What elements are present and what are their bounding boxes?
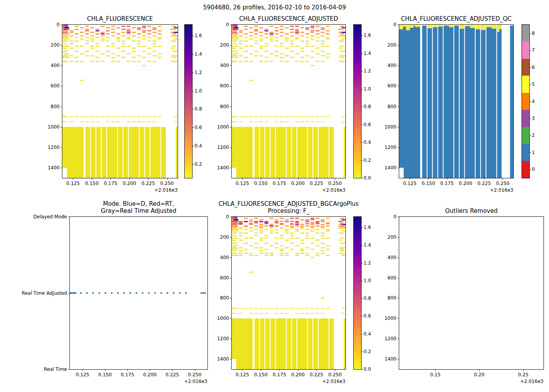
y-tick-label: 1200 [384, 336, 396, 341]
y-tick-mark [230, 318, 232, 319]
y-tick-label: 800 [387, 295, 396, 301]
x-tick-label: 0.150 [422, 181, 435, 186]
colorbar-tick-label: 2 [532, 132, 535, 138]
colorbar-tick-label: 5 [532, 82, 535, 87]
y-tick-mark [61, 107, 62, 107]
x-tick-label: 0.25 [518, 372, 529, 377]
colorbar-tick-label: 7 [532, 47, 535, 53]
y-tick-label: 600 [387, 275, 396, 281]
y-tick-mark [398, 147, 399, 148]
y-tick-label: 800 [51, 104, 60, 109]
y-tick-label: 0 [226, 214, 229, 220]
mode-dot [129, 292, 131, 294]
y-tick-mark [398, 127, 399, 127]
x-tick-mark [298, 369, 298, 371]
colorbar-tick-label: 1.0 [195, 88, 202, 94]
x-tick-mark [503, 178, 503, 180]
colorbar-tick-mark [361, 281, 363, 281]
plot-marks [70, 217, 207, 369]
colorbar-tick-label: 0.0 [364, 175, 371, 181]
x-tick-label: 0.225 [310, 372, 323, 377]
x-tick-mark [279, 178, 280, 180]
y-tick-label: 1200 [47, 145, 60, 150]
y-tick-label: 600 [387, 83, 396, 89]
outliers-removed-plot [399, 217, 544, 369]
colorbar-tick-mark [361, 227, 363, 228]
colorbar-tick-mark [529, 33, 531, 34]
y-tick-mark [398, 65, 399, 66]
x-tick-label: 0.15 [430, 372, 441, 377]
panel-chla-fluorescence-adjusted-title: CHLA_FLUORESCENCE_ADJUSTED [239, 15, 338, 23]
x-tick-label: 0.150 [85, 181, 98, 186]
y-tick-label: 200 [220, 234, 229, 240]
colorbar-tick-mark [192, 73, 194, 73]
panel-outliers-removed-title: Outliers Removed [445, 207, 498, 215]
x-tick-label: 0.125 [236, 181, 249, 186]
y-tick-mark [398, 359, 399, 359]
x-tick-mark [410, 178, 410, 180]
colorbar-tick-label: 0.8 [364, 104, 371, 109]
y-tick-mark [230, 147, 232, 148]
x-tick-label: 0.250 [496, 181, 509, 186]
colorbar-tick-label: 4 [532, 99, 535, 104]
colorbar-tick-label: 0.0 [364, 367, 371, 372]
chla-fluorescence-adjusted-qc-bars [399, 25, 513, 178]
plot-marks [399, 25, 513, 178]
colorbar-tick-mark [192, 36, 194, 36]
mode-dot [92, 292, 94, 294]
y-tick-mark [68, 217, 70, 217]
panel-outliers-removed: Outliers Removed +2.016e3 0.150.200.2502… [399, 216, 544, 370]
panel-chla-fluorescence-adjusted: CHLA_FLUORESCENCE_ADJUSTED +2.016e3 0.12… [231, 24, 346, 178]
y-tick-mark [68, 293, 70, 294]
y-tick-mark [398, 45, 399, 45]
mode-dot [80, 292, 82, 294]
y-tick-mark [398, 107, 399, 107]
x-tick-mark [242, 178, 243, 180]
colorbar-tick-label: 1.6 [195, 33, 202, 38]
colorbar-tick-mark [361, 107, 363, 107]
x-tick-mark [447, 178, 447, 180]
x-tick-label: 0.175 [104, 181, 117, 186]
colorbar-tick-mark [529, 135, 531, 136]
y-tick-mark [398, 339, 399, 339]
colorbar-tick-mark [361, 178, 363, 178]
colorbar-tick-label: 1.4 [364, 51, 371, 56]
y-tick-mark [398, 258, 399, 258]
x-tick-mark [150, 369, 150, 371]
mode-dot [75, 292, 77, 294]
y-tick-label: 200 [220, 42, 229, 48]
x-tick-mark [111, 178, 111, 180]
y-tick-label: 1000 [217, 124, 229, 130]
colorbar-tick-label: 1.4 [195, 51, 202, 57]
x-tick-mark [428, 178, 429, 180]
x-axis-offset-label: +2.016e3 [322, 379, 345, 384]
colorbar-tick-label: 3 [532, 116, 535, 121]
y-tick-mark [230, 237, 232, 238]
mode-dot [117, 292, 119, 294]
y-tick-label: 1400 [384, 356, 396, 362]
x-tick-label: 0.175 [440, 181, 454, 186]
y-tick-mark [230, 86, 232, 86]
y-tick-mark [398, 168, 399, 168]
x-tick-mark [479, 369, 480, 371]
colorbar-tick-label: 1.6 [364, 225, 371, 230]
colorbar-tick-label: 1.6 [364, 33, 371, 38]
x-tick-mark [261, 178, 261, 180]
colorbar-tick-mark [192, 164, 194, 165]
x-tick-label: 0.175 [273, 181, 286, 186]
y-tick-label: 600 [51, 83, 60, 89]
colorbar-tick-label: 1 [532, 150, 535, 155]
x-tick-mark [148, 178, 149, 180]
x-tick-mark [484, 178, 485, 180]
mode-dot [173, 292, 175, 294]
colorbar-bgc-argo-plus: 0.00.20.40.60.81.01.21.41.6 [353, 216, 362, 370]
x-tick-mark [92, 178, 92, 180]
x-tick-mark [335, 369, 335, 371]
mode-dot [111, 292, 113, 294]
plot-marks [232, 217, 345, 369]
y-tick-label: 1200 [217, 145, 229, 150]
mode-dot [185, 292, 187, 294]
y-tick-label: Real Time Adjusted [22, 290, 67, 296]
x-tick-label: 0.200 [459, 181, 472, 186]
y-tick-label: 400 [220, 63, 229, 68]
